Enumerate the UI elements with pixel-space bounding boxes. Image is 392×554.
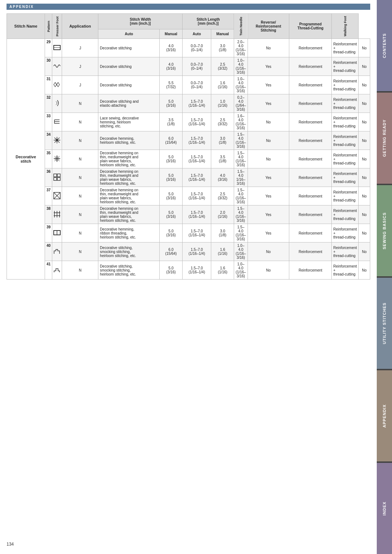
row-twin-needle: No (248, 131, 289, 150)
row-reverse-reinforcement: Reinforcement (289, 113, 332, 131)
table-row: 41NDecorative stitching,smocking stitchi… (7, 261, 370, 280)
row-sl-auto: 2.5(3/32) (211, 187, 234, 205)
row-pattern (52, 187, 62, 205)
row-presser-foot: N (62, 205, 98, 224)
row-programmed-thread: Reinforcement +thread-cutting (332, 187, 359, 205)
row-sw-manual: 1.5–7.0(1/16–1/4) (183, 224, 211, 243)
sidebar-tab-appendix[interactable]: APPENDIX (377, 370, 392, 461)
row-number: 30 (45, 57, 52, 76)
table-row: 33NLace sewing, decorativehemming, heirl… (7, 113, 370, 131)
th-sw-manual: Manual (160, 29, 183, 39)
row-number: 39 (45, 224, 52, 243)
row-walking-foot: No (359, 168, 370, 187)
appendix-header-text: APPENDIX (9, 5, 34, 9)
sidebar-tab-index[interactable]: INDEX (377, 463, 392, 554)
row-reverse-reinforcement: Reinforcement (289, 205, 332, 224)
row-sw-manual: 1.5–7.0(1/16–1/4) (183, 187, 211, 205)
row-twin-needle: Yes (248, 187, 289, 205)
row-sw-auto: 5.0(3/16) (160, 224, 183, 243)
th-presser-foot: Presser Foot (52, 14, 62, 39)
row-application: Decorative stitching (98, 76, 160, 94)
row-programmed-thread: Reinforcement +thread-cutting (332, 168, 359, 187)
row-presser-foot: N (62, 187, 98, 205)
row-application: Lace sewing, decorativehemming, heirloom… (98, 113, 160, 131)
row-sw-auto: 5.0(3/16) (160, 205, 183, 224)
row-application: Decorative hemming onthin, mediumweight … (98, 150, 160, 168)
row-programmed-thread: Reinforcement +thread-cutting (332, 57, 359, 76)
svg-rect-18 (57, 178, 60, 180)
row-sl-manual: 1.5–4.0(1/16–3/16) (234, 205, 248, 224)
row-pattern (52, 76, 62, 94)
row-sw-manual: 1.5–7.0(1/16–1/4) (183, 205, 211, 224)
row-sw-manual: 0.0–7.0(0–1/4) (183, 57, 211, 76)
row-programmed-thread: Reinforcement +thread-cutting (332, 94, 359, 113)
appendix-tab-label: APPENDIX (382, 404, 387, 427)
row-pattern (52, 113, 62, 131)
row-sl-manual: 1.5–4.0(1/16–3/16) (234, 150, 248, 168)
row-programmed-thread: Reinforcement +thread-cutting (332, 224, 359, 243)
row-presser-foot: J (62, 57, 98, 76)
row-presser-foot: N (62, 261, 98, 280)
sidebar-tab-sewing-basics[interactable]: SEWING BASICS (377, 185, 392, 276)
stitch-name-cell: Decorativestitch (7, 39, 45, 280)
contents-label: CONTENTS (382, 33, 387, 58)
svg-rect-17 (54, 178, 57, 180)
row-sw-manual: 1.5–7.0(1/16–1/4) (183, 243, 211, 261)
th-stitch-name: Stitch Name (7, 14, 45, 39)
row-reverse-reinforcement: Reinforcement (289, 224, 332, 243)
row-pattern (52, 57, 62, 76)
row-presser-foot: N (62, 168, 98, 187)
row-sw-auto: 5.0(3/16) (160, 150, 183, 168)
row-reverse-reinforcement: Reinforcement (289, 94, 332, 113)
row-pattern (52, 39, 62, 57)
th-programmed-thread: ProgrammedThread-Cutting (289, 14, 332, 39)
row-application: Decorative stitching andelastic-attachin… (98, 94, 160, 113)
row-walking-foot: No (359, 39, 370, 57)
row-sl-manual: 0.2–4.0(1/64–3/16) (234, 94, 248, 113)
row-twin-needle: No (248, 243, 289, 261)
row-sl-manual: 1.0–4.0(1/16–3/16) (234, 243, 248, 261)
row-pattern (52, 243, 62, 261)
table-row: 32NDecorative stitching andelastic-attac… (7, 94, 370, 113)
sidebar-tab-utility-stitches[interactable]: UTILITY STITCHES (377, 278, 392, 369)
row-number: 41 (45, 261, 52, 280)
row-sl-manual: 1.5–4.0(1/16–3/16) (234, 224, 248, 243)
row-sl-manual: 1.5–4.0(1/16–3/16) (234, 131, 248, 150)
row-application: Decorative hemming onthin, mediumweight … (98, 168, 160, 187)
row-sw-auto: 6.0(15/64) (160, 131, 183, 150)
table-body: Decorativestitch29JDecorative stitching4… (7, 39, 370, 280)
row-reverse-reinforcement: Reinforcement (289, 243, 332, 261)
row-walking-foot: No (359, 76, 370, 94)
sidebar-tab-getting-ready[interactable]: GETTING READY (377, 93, 392, 184)
row-sw-manual: 0.0–7.0(0–1/4) (183, 39, 211, 57)
row-sl-auto: 1.6(1/16) (211, 243, 234, 261)
row-reverse-reinforcement: Reinforcement (289, 57, 332, 76)
row-application: Decorative hemming onthin, mediumweight … (98, 205, 160, 224)
table-row: 37NDecorative hemming onthin, mediumweig… (7, 187, 370, 205)
row-number: 36 (45, 168, 52, 187)
row-reverse-reinforcement: Reinforcement (289, 150, 332, 168)
sidebar-tab-contents[interactable]: CONTENTS (377, 0, 392, 91)
row-number: 35 (45, 150, 52, 168)
row-presser-foot: N (62, 94, 98, 113)
row-sw-manual: 1.5–7.0(1/16–1/4) (183, 168, 211, 187)
row-walking-foot: No (359, 57, 370, 76)
row-presser-foot: N (62, 150, 98, 168)
row-twin-needle: Yes (248, 76, 289, 94)
row-sl-auto: 1.6(1/16) (211, 76, 234, 94)
table-row: 38NDecorative hemming onthin, mediumweig… (7, 205, 370, 224)
row-pattern (52, 150, 62, 168)
row-pattern (52, 205, 62, 224)
row-sw-auto: 4.0(3/16) (160, 39, 183, 57)
row-pattern (52, 168, 62, 187)
row-programmed-thread: Reinforcement +thread-cutting (332, 261, 359, 280)
row-presser-foot: N (62, 224, 98, 243)
index-label: INDEX (382, 501, 387, 516)
row-application: Decorative hemming onthin, mediumweight … (98, 187, 160, 205)
th-walking-foot: Walking Foot (332, 14, 359, 39)
row-sw-manual: 1.5–7.0(1/16–1/4) (183, 113, 211, 131)
row-sl-manual: 1.0–4.0(1/16–3/16) (234, 76, 248, 94)
row-sw-auto: 5.0(3/16) (160, 261, 183, 280)
th-reverse-reinforcement: Reverse/ReinforcementStitching (248, 14, 289, 39)
table-row: 40NDecorative stitching,smocking stitchi… (7, 243, 370, 261)
